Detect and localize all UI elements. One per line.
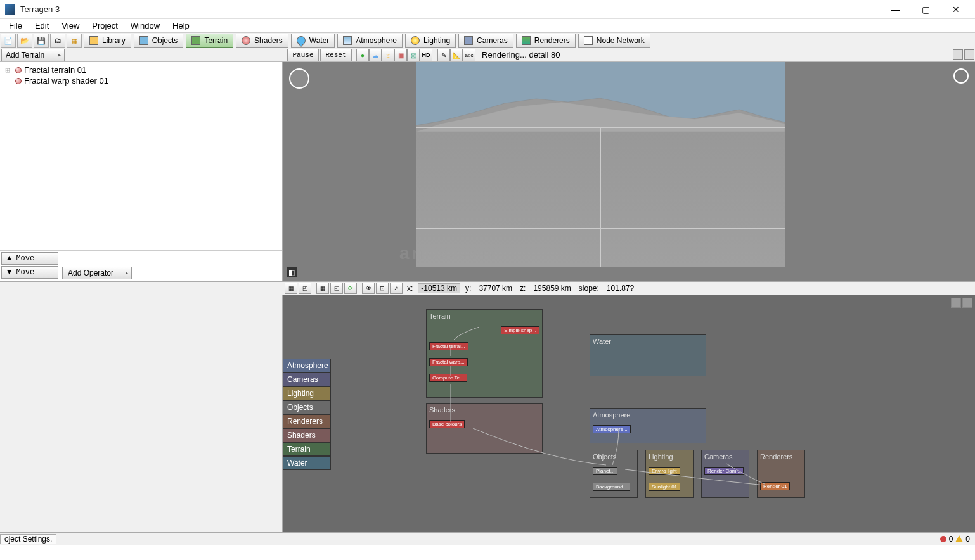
node-atmosphere[interactable]: Atmosphere...: [593, 425, 631, 433]
node-base-colours[interactable]: Base colours: [429, 420, 465, 428]
brush-icon[interactable]: ✎: [437, 49, 450, 61]
group-renderers[interactable]: Renderers Render 01: [757, 450, 805, 498]
menu-project[interactable]: Project: [86, 20, 124, 32]
node-simple-shape[interactable]: Simple shap...: [501, 326, 539, 334]
move-up-button[interactable]: ▲ Move: [1, 252, 58, 265]
hd-icon[interactable]: HD: [420, 49, 432, 61]
node-render-01[interactable]: Render 01: [760, 482, 790, 490]
maximize-button[interactable]: ▢: [912, 1, 939, 18]
expand-icon[interactable]: ⊞: [5, 67, 13, 73]
measure-icon[interactable]: 📐: [450, 49, 463, 61]
vp-tool-3-icon[interactable]: ▦: [316, 283, 329, 294]
vp-target-icon[interactable]: ⊡: [376, 283, 389, 294]
shader-node-icon: [15, 67, 22, 73]
vp-eye-icon[interactable]: 👁: [362, 283, 375, 294]
cat-objects[interactable]: Objects: [283, 400, 331, 414]
sphere-icon[interactable]: ●: [356, 49, 369, 61]
warning-icon[interactable]: [955, 535, 963, 542]
shader-node-icon: [15, 78, 22, 84]
vp-move-icon[interactable]: ↗: [390, 283, 403, 294]
object-tree[interactable]: ⊞ Fractal terrain 01 Fractal warp shader…: [0, 62, 282, 250]
menu-file[interactable]: File: [3, 20, 29, 32]
viewport-split-icon[interactable]: [953, 49, 963, 60]
tab-shaders[interactable]: Shaders: [236, 34, 288, 48]
node-network-icon: [584, 36, 593, 45]
coord-x-label: x:: [403, 284, 416, 293]
cloud-icon[interactable]: ☁: [369, 49, 382, 61]
error-icon[interactable]: [940, 536, 946, 542]
close-button[interactable]: ✕: [942, 1, 970, 18]
atmosphere-icon: [343, 36, 352, 45]
reset-button[interactable]: Reset: [320, 49, 352, 61]
tab-node-network[interactable]: Node Network: [578, 34, 650, 48]
tab-renderers[interactable]: Renderers: [516, 34, 576, 48]
group-atmosphere[interactable]: Atmosphere Atmosphere...: [590, 408, 706, 443]
tab-cameras[interactable]: Cameras: [458, 34, 513, 48]
node-background[interactable]: Background...: [593, 483, 630, 491]
tab-water[interactable]: Water: [291, 34, 335, 48]
node-enviro-light[interactable]: Enviro light: [649, 467, 680, 475]
sun-icon[interactable]: ☼: [382, 49, 394, 61]
cat-terrain[interactable]: Terrain: [283, 442, 331, 456]
cat-water[interactable]: Water: [283, 456, 331, 470]
terrain-render: [416, 97, 785, 132]
open-file-icon[interactable]: 📂: [17, 34, 32, 48]
tab-objects[interactable]: Objects: [134, 34, 184, 48]
new-file-icon[interactable]: 📄: [1, 34, 16, 48]
tab-atmosphere[interactable]: Atmosphere: [337, 34, 403, 48]
compass-icon[interactable]: [289, 68, 309, 89]
save-file-icon[interactable]: 💾: [34, 34, 49, 48]
image-icon[interactable]: ▧: [407, 49, 420, 61]
tab-library[interactable]: Library: [84, 34, 131, 48]
tab-bar: 📄 📂 💾 🗂 ▦ Library Objects Terrain Shader…: [0, 33, 975, 48]
cat-atmosphere[interactable]: Atmosphere: [283, 359, 331, 372]
group-cameras[interactable]: Cameras Render Cam...: [701, 450, 749, 498]
cat-shaders[interactable]: Shaders: [283, 428, 331, 442]
tab-terrain[interactable]: Terrain: [186, 34, 233, 48]
node-compute-terrain[interactable]: Compute Te...: [429, 374, 467, 382]
add-terrain-dropdown[interactable]: Add Terrain: [1, 49, 65, 61]
cat-lighting[interactable]: Lighting: [283, 386, 331, 400]
grid-icon[interactable]: ▦: [67, 34, 82, 48]
menu-edit[interactable]: Edit: [29, 20, 55, 32]
vp-tool-2-icon[interactable]: ◰: [299, 283, 311, 294]
group-objects[interactable]: Objects Planet... Background...: [590, 450, 638, 498]
node-fractal-terrain[interactable]: Fractal terrai...: [429, 342, 468, 350]
library-icon: [89, 36, 98, 45]
warning-count: 0: [965, 535, 970, 544]
vp-tool-1-icon[interactable]: ▦: [285, 283, 297, 294]
objects-icon: [139, 36, 148, 45]
viewport-expand-icon[interactable]: [964, 49, 974, 60]
cat-cameras[interactable]: Cameras: [283, 372, 331, 386]
node-planet[interactable]: Planet...: [593, 467, 617, 475]
orientation-icon[interactable]: [953, 68, 969, 84]
menu-window[interactable]: Window: [124, 20, 166, 32]
node-panel-split-icon[interactable]: [951, 298, 961, 308]
box-icon[interactable]: ▣: [394, 49, 407, 61]
group-shaders[interactable]: Shaders Base colours: [426, 403, 543, 454]
vp-tool-4-icon[interactable]: ◰: [330, 283, 343, 294]
abc-icon[interactable]: abc: [463, 49, 475, 61]
group-terrain[interactable]: Terrain Simple shap... Fractal terrai...…: [426, 309, 543, 398]
move-down-button[interactable]: ▼ Move: [1, 266, 58, 279]
render-viewport[interactable]: ◧: [283, 62, 975, 281]
save-clip-icon[interactable]: 🗂: [50, 34, 65, 48]
pause-button[interactable]: Pause: [287, 49, 319, 61]
node-render-camera[interactable]: Render Cam...: [704, 467, 744, 475]
menu-help[interactable]: Help: [166, 20, 196, 32]
add-operator-dropdown[interactable]: Add Operator: [62, 267, 132, 279]
node-panel-expand-icon[interactable]: [962, 298, 972, 308]
minimize-button[interactable]: —: [881, 1, 909, 18]
group-water[interactable]: Water: [590, 334, 706, 376]
node-network-panel[interactable]: Atmosphere Cameras Lighting Objects Rend…: [283, 295, 975, 532]
node-fractal-warp[interactable]: Fractal warp...: [429, 358, 468, 366]
coord-z-value: 195859 km: [529, 284, 574, 293]
lighting-icon: [411, 36, 420, 45]
cat-renderers[interactable]: Renderers: [283, 414, 331, 428]
menu-view[interactable]: View: [55, 20, 86, 32]
vp-tool-5-icon[interactable]: ⟳: [344, 283, 357, 294]
group-lighting[interactable]: Lighting Enviro light Sunlight 01: [645, 450, 694, 498]
viewport-mode-icon[interactable]: ◧: [287, 267, 297, 277]
tab-lighting[interactable]: Lighting: [405, 34, 456, 48]
node-sunlight[interactable]: Sunlight 01: [649, 483, 680, 491]
